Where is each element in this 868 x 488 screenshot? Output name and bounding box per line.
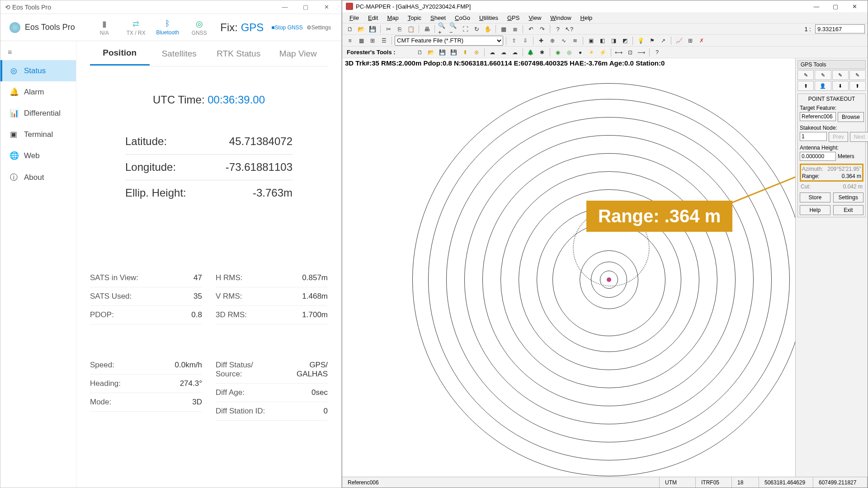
ft-up-icon[interactable]: ⬆ — [460, 47, 470, 57]
open-icon[interactable]: 📂 — [356, 24, 366, 34]
tool-txrx[interactable]: ⇄TX / RX — [120, 19, 152, 36]
stop-gnss-button[interactable]: ■Stop GNSS — [269, 24, 305, 31]
grid-icon[interactable]: ▦ — [499, 24, 509, 34]
menu-help[interactable]: Help — [577, 14, 596, 22]
exit-button[interactable]: Exit — [833, 205, 864, 215]
feature-file-select[interactable]: CMT Feature File (*.FTR) — [395, 36, 503, 46]
menu-gps[interactable]: GPS — [504, 14, 523, 22]
save-icon[interactable]: 💾 — [368, 24, 377, 34]
ft-tree-icon[interactable]: 🌲 — [526, 47, 536, 57]
paste-icon[interactable]: 📋 — [406, 24, 416, 34]
table-icon[interactable]: ▦ — [356, 36, 366, 46]
new-icon[interactable]: 🗋 — [345, 24, 355, 34]
browse-button[interactable]: Browse — [838, 112, 864, 122]
gps-tool-5[interactable]: ⬆ — [797, 81, 814, 91]
tool-bluetooth[interactable]: ᛒBluetooth — [152, 19, 184, 36]
whatsthis-icon[interactable]: ↖? — [564, 24, 574, 34]
rows-icon[interactable]: ☰ — [379, 36, 389, 46]
chart-tool-icon[interactable]: 📈 — [674, 36, 684, 46]
close-button[interactable]: ✕ — [316, 4, 337, 10]
gps-tool-1[interactable]: ✎ — [797, 70, 814, 80]
import-icon[interactable]: ⇩ — [520, 36, 530, 46]
menu-sheet[interactable]: Sheet — [427, 14, 449, 22]
map-canvas[interactable]: 3D Trk#:35 RMS:2.000m Pdop:0.8 N:5063181… — [342, 58, 795, 477]
pcm-close-button[interactable]: ✕ — [845, 3, 864, 10]
menu-utilities[interactable]: Utilities — [476, 14, 502, 22]
cut-icon[interactable]: ✂ — [383, 24, 393, 34]
sidebar-item-about[interactable]: ⓘAbout — [0, 166, 76, 188]
ft-g1-icon[interactable]: ◉ — [553, 47, 563, 57]
grid2-icon[interactable]: ⊞ — [368, 36, 377, 46]
tool-h-icon[interactable]: ◩ — [620, 36, 630, 46]
menu-view[interactable]: View — [525, 14, 545, 22]
refresh-icon[interactable]: ↻ — [472, 24, 481, 34]
export-icon[interactable]: ⇧ — [509, 36, 519, 46]
ft-g2-icon[interactable]: ◎ — [564, 47, 574, 57]
flag-icon[interactable]: ⚑ — [647, 36, 657, 46]
tool-f-icon[interactable]: ◧ — [597, 36, 607, 46]
tool-d-icon[interactable]: ≋ — [570, 36, 580, 46]
gps-tool-2[interactable]: ✎ — [815, 70, 831, 80]
ft-new-icon[interactable]: 🗋 — [415, 47, 425, 57]
ft-ruler3-icon[interactable]: ⟶ — [637, 47, 646, 57]
ft-bolt-icon[interactable]: ⚡ — [598, 47, 608, 57]
stakeout-settings-button[interactable]: Settings — [833, 192, 864, 202]
sidebar-item-web[interactable]: 🌐Web — [0, 145, 76, 166]
sidebar-item-differential[interactable]: 📊Differential — [0, 103, 76, 124]
store-button[interactable]: Store — [800, 192, 830, 202]
tool-c-icon[interactable]: ∿ — [559, 36, 569, 46]
menu-map[interactable]: Map — [383, 14, 402, 22]
gps-tool-3[interactable]: ✎ — [832, 70, 849, 80]
sidebar-item-status[interactable]: ◎Status — [0, 60, 76, 81]
ft-g3-icon[interactable]: ● — [576, 47, 585, 57]
maximize-button[interactable]: ▢ — [295, 4, 316, 10]
ft-ruler1-icon[interactable]: ⟷ — [614, 47, 624, 57]
tab-rtk-status[interactable]: RTK Status — [209, 42, 269, 65]
arrow-icon[interactable]: ↗ — [658, 36, 668, 46]
tool-g-icon[interactable]: ◨ — [609, 36, 618, 46]
antenna-height-input[interactable] — [800, 152, 836, 161]
pcm-maximize-button[interactable]: ▢ — [826, 3, 845, 10]
pan-icon[interactable]: ✋ — [483, 24, 493, 34]
gps-tool-8[interactable]: ⬆ — [849, 81, 866, 91]
zoom-fit-icon[interactable]: ⛶ — [460, 24, 470, 34]
next-button[interactable]: Next — [850, 132, 868, 142]
prev-button[interactable]: Prev — [829, 132, 848, 142]
ft-save-icon[interactable]: 💾 — [438, 47, 448, 57]
hamburger-icon[interactable]: ≡ — [0, 45, 76, 60]
settings-button[interactable]: ⚙Settings — [305, 24, 332, 31]
ft-save2-icon[interactable]: 💾 — [449, 47, 459, 57]
stakeout-help-button[interactable]: Help — [800, 205, 830, 215]
stakeout-node-input[interactable] — [800, 132, 827, 141]
sidebar-item-terminal[interactable]: ▣Terminal — [0, 124, 76, 145]
ft-help-icon[interactable]: ? — [652, 47, 662, 57]
tab-map-view[interactable]: Map View — [269, 42, 328, 65]
x-tool-icon[interactable]: ✗ — [697, 36, 707, 46]
menu-cogo[interactable]: CoGo — [451, 14, 474, 22]
pcm-minimize-button[interactable]: — — [807, 3, 826, 10]
sheet-icon[interactable]: ⊞ — [685, 36, 695, 46]
tool-b-icon[interactable]: ⊕ — [547, 36, 557, 46]
ft-ruler2-icon[interactable]: ⊡ — [625, 47, 635, 57]
redo-icon[interactable]: ↷ — [537, 24, 547, 34]
ft-cloud2-icon[interactable]: ☁ — [499, 47, 509, 57]
menu-file[interactable]: File — [346, 14, 363, 22]
sidebar-item-alarm[interactable]: 🔔Alarm — [0, 81, 76, 103]
ft-cloud3-icon[interactable]: ☁ — [510, 47, 520, 57]
zoom-out-icon[interactable]: 🔍− — [449, 24, 459, 34]
gps-tool-7[interactable]: ⬇ — [832, 81, 849, 91]
print-icon[interactable]: 🖶 — [422, 24, 432, 34]
tool-e-icon[interactable]: ▣ — [586, 36, 596, 46]
layers-icon[interactable]: ≣ — [510, 24, 520, 34]
ft-cloud1-icon[interactable]: ☁ — [487, 47, 497, 57]
tool-gnss[interactable]: ◎GNSS — [184, 19, 215, 36]
tab-position[interactable]: Position — [90, 42, 150, 66]
list-icon[interactable]: ≡ — [345, 36, 355, 46]
minimize-button[interactable]: — — [274, 4, 295, 10]
help-icon[interactable]: ? — [553, 24, 563, 34]
ft-sun-icon[interactable]: ☀ — [587, 47, 597, 57]
zoom-in-icon[interactable]: 🔍+ — [438, 24, 448, 34]
menu-edit[interactable]: Edit — [364, 14, 382, 22]
zoom-ratio-input[interactable] — [815, 24, 865, 33]
gps-tool-6[interactable]: 👤 — [815, 81, 831, 91]
